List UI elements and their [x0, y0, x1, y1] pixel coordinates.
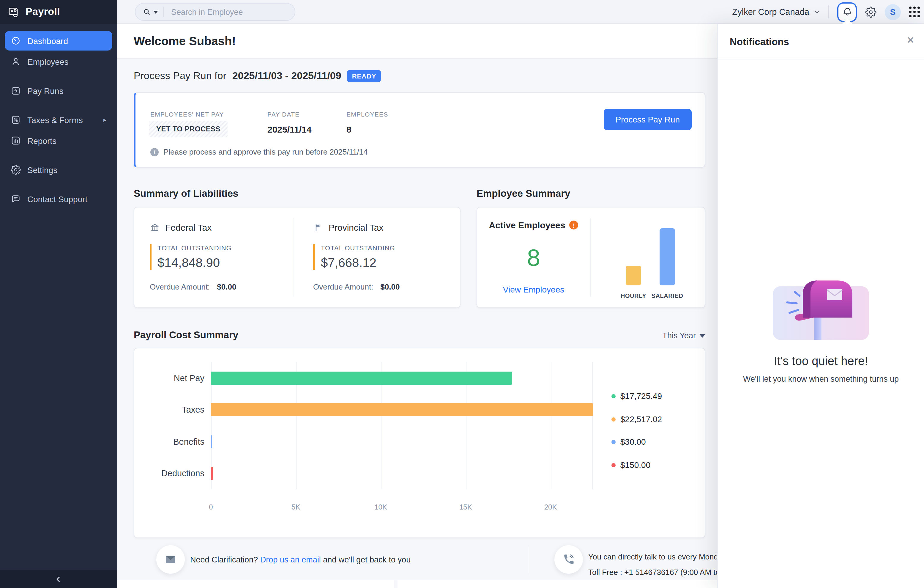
avatar-initial: S — [890, 7, 896, 17]
phone-line2: Toll Free : +1 5146736167 (9:00 AM to 6:… — [588, 565, 737, 580]
bar-taxes[interactable] — [211, 403, 593, 416]
sidebar-nav: Dashboard Employees Pay Runs Taxes & For… — [0, 24, 117, 209]
legend-item: $30.00 — [611, 437, 646, 446]
payrun-date-range: 2025/11/03 - 2025/11/09 — [232, 70, 342, 82]
topbar: Zylker Corp Canada S — [117, 0, 924, 24]
sidebar: Payroll Dashboard Employees Pay Runs Tax… — [0, 0, 117, 588]
chevron-down-icon — [813, 8, 820, 15]
phone-circle — [554, 545, 583, 574]
category-label: Benefits — [134, 426, 205, 458]
overdue-row: Overdue Amount:$0.00 — [313, 282, 399, 291]
provincial-tax-section: Provincial Tax TOTAL OUTSTANDING $7,668.… — [298, 208, 457, 307]
sidebar-item-reports[interactable]: Reports — [5, 131, 112, 150]
employees-label: EMPLOYEES — [346, 111, 388, 118]
x-axis-tick: 15K — [459, 503, 472, 511]
envelope-icon — [165, 553, 177, 565]
legend-item: $17,725.49 — [611, 391, 662, 401]
dashboard-icon — [11, 36, 21, 46]
overdue-value: $0.00 — [217, 282, 236, 291]
status-badge: READY — [347, 70, 381, 82]
net-pay-label: EMPLOYEES' NET PAY — [150, 111, 224, 118]
pay-date-label: PAY DATE — [267, 111, 299, 118]
process-pay-run-button[interactable]: Process Pay Run — [604, 109, 692, 130]
active-employees-label: Active Employees — [489, 220, 565, 230]
org-selector[interactable]: Zylker Corp Canada — [733, 7, 820, 17]
range-selector[interactable]: This Year — [662, 331, 705, 340]
app-logo: Payroll — [0, 0, 117, 24]
outstanding-block: TOTAL OUTSTANDING $7,668.12 — [313, 244, 395, 270]
sidebar-item-pay-runs[interactable]: Pay Runs — [5, 81, 112, 101]
payrun-heading-prefix: Process Pay Run for — [134, 70, 226, 82]
chart-row — [211, 362, 593, 394]
sidebar-item-taxes-forms[interactable]: Taxes & Forms ▸ — [5, 110, 112, 130]
search-input[interactable] — [170, 7, 271, 17]
sidebar-item-settings[interactable]: Settings — [5, 160, 112, 180]
chevron-left-icon — [54, 575, 63, 583]
range-label: This Year — [662, 331, 696, 340]
payrun-heading: Process Pay Run for 2025/11/03 - 2025/11… — [134, 70, 381, 82]
x-axis-tick: 0 — [209, 503, 213, 511]
bar-salaried[interactable] — [660, 228, 675, 286]
category-label: Net Pay — [134, 362, 205, 394]
chart-category-labels: Net PayTaxesBenefitsDeductions — [134, 362, 205, 489]
pay-runs-icon — [11, 86, 21, 96]
gear-icon — [865, 6, 876, 18]
sidebar-item-label: Contact Support — [27, 194, 87, 204]
sidebar-item-contact-support[interactable]: Contact Support — [5, 189, 112, 209]
legend-value: $17,725.49 — [620, 391, 662, 401]
topbar-actions: Zylker Corp Canada S — [733, 0, 924, 24]
category-label: Taxes — [134, 394, 205, 426]
outstanding-value: $7,668.12 — [321, 256, 395, 270]
phone-icon — [563, 553, 574, 565]
mini-bar-label: SALARIED — [647, 292, 688, 299]
apps-grid-icon[interactable] — [909, 7, 920, 17]
employee-type-mini-chart: HOURLYSALARIED — [590, 208, 705, 307]
bank-icon — [150, 222, 160, 233]
sidebar-item-employees[interactable]: Employees — [5, 52, 112, 71]
notifications-title: Notifications — [730, 24, 789, 59]
mini-bar-column-hourly: HOURLY — [619, 206, 648, 307]
sidebar-item-label: Employees — [27, 57, 69, 66]
legend-value: $22,517.02 — [620, 415, 662, 424]
avatar[interactable]: S — [885, 4, 901, 20]
collapse-sidebar-button[interactable] — [0, 570, 117, 588]
payroll-dashboard: Payroll Dashboard Employees Pay Runs Tax… — [0, 0, 924, 588]
bar-hourly[interactable] — [626, 266, 641, 286]
tax-name: Provincial Tax — [328, 222, 384, 233]
bar-benefits[interactable] — [211, 435, 212, 448]
legend-dot-icon — [611, 417, 615, 421]
legend-item: $22,517.02 — [611, 415, 662, 424]
chart-row — [211, 458, 593, 489]
search-scope-caret-icon[interactable] — [153, 10, 158, 13]
employee-summary-title: Employee Summary — [477, 188, 570, 199]
notifications-header: Notifications ✕ — [718, 24, 924, 59]
x-axis-tick: 20K — [544, 503, 557, 511]
legend-dot-icon — [611, 440, 615, 444]
payrun-card: EMPLOYEES' NET PAY YET TO PROCESS PAY DA… — [134, 92, 705, 168]
view-employees-link[interactable]: View Employees — [477, 285, 590, 294]
bar-net-pay[interactable] — [211, 372, 512, 385]
legend-value: $30.00 — [620, 437, 646, 446]
employees-icon — [11, 56, 21, 66]
submenu-chevron-right-icon: ▸ — [103, 117, 106, 123]
bar-deductions[interactable] — [211, 467, 214, 480]
settings-button[interactable] — [865, 6, 876, 18]
drop-email-link[interactable]: Drop us an email — [260, 555, 321, 564]
close-icon[interactable]: ✕ — [906, 36, 914, 45]
net-pay-value: YET TO PROCESS — [149, 121, 228, 137]
flag-icon — [313, 222, 323, 233]
employee-summary-card: Active Employees ! 8 View Employees HOUR… — [477, 207, 705, 308]
sidebar-item-label: Settings — [27, 165, 57, 175]
federal-tax-section: Federal Tax TOTAL OUTSTANDING $14,848.90… — [134, 208, 294, 307]
active-employees-section: Active Employees ! 8 View Employees — [477, 208, 590, 307]
chevron-down-icon — [700, 334, 705, 337]
overdue-label: Overdue Amount: — [313, 282, 373, 291]
sidebar-item-dashboard[interactable]: Dashboard — [5, 31, 112, 51]
global-search[interactable] — [135, 3, 295, 21]
category-label: Deductions — [134, 458, 205, 489]
sidebar-item-label: Reports — [27, 136, 56, 145]
email-support-text: Need Clarification? Drop us an email and… — [190, 555, 411, 564]
warning-icon[interactable]: ! — [569, 221, 578, 230]
mailbox-illustration — [766, 273, 876, 342]
sidebar-item-label: Pay Runs — [27, 86, 63, 96]
